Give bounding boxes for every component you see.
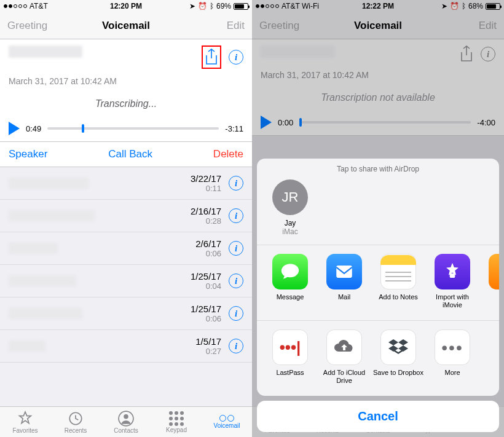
airdrop-target[interactable]: JR Jay iMac <box>263 179 317 236</box>
info-button[interactable]: i <box>229 50 243 65</box>
airdrop-device: iMac <box>263 227 317 236</box>
share-action-lastpass[interactable]: •••|LastPass <box>263 329 317 385</box>
info-button[interactable]: i <box>229 306 243 321</box>
scrubber-knob[interactable] <box>82 124 84 133</box>
share-app-notes[interactable]: Add to Notes <box>371 254 425 309</box>
remaining-time: -3:11 <box>225 124 243 133</box>
tab-recents[interactable]: Recents <box>50 407 101 437</box>
caller-name-redacted <box>9 45 82 58</box>
voicemail-detail: i March 31, 2017 at 10:42 AM Transcribin… <box>0 39 252 142</box>
airdrop-header: Tap to share with AirDrop <box>257 159 499 177</box>
highlight-box <box>202 45 221 69</box>
nav-greeting-button[interactable]: Greeting <box>0 20 55 32</box>
transcription-status: Transcribing... <box>9 98 243 109</box>
info-button[interactable]: i <box>229 241 243 256</box>
share-action-dropbox[interactable]: Save to Dropbox <box>371 329 425 385</box>
svg-point-2 <box>124 414 128 419</box>
phone-left: AT&T 12:20 PM ➤ ⏰ ᛒ 69% Greeting Voicema… <box>0 0 252 437</box>
location-icon: ➤ <box>189 2 195 10</box>
voicemail-list: 3/22/170:11i 2/16/170:28i 2/6/170:06i 1/… <box>0 167 252 406</box>
info-button[interactable]: i <box>229 176 243 191</box>
tab-contacts[interactable]: Contacts <box>101 407 151 437</box>
keypad-icon <box>169 411 184 426</box>
delete-button[interactable]: Delete <box>213 148 243 160</box>
list-item[interactable]: 2/16/170:28i <box>0 200 252 232</box>
voicemail-actions: Speaker Call Back Delete <box>0 142 252 167</box>
cancel-button[interactable]: Cancel <box>257 401 499 432</box>
signal-dots-icon <box>4 4 27 8</box>
share-app-imovie[interactable]: Import with iMovie <box>425 254 479 309</box>
share-button[interactable] <box>205 49 218 66</box>
nav-edit-button[interactable]: Edit <box>219 20 252 32</box>
info-button[interactable]: i <box>229 274 243 288</box>
list-item[interactable]: 3/22/170:11i <box>0 167 252 200</box>
scrubber-track[interactable] <box>47 127 219 130</box>
svg-rect-7 <box>450 274 455 278</box>
list-item[interactable]: 1/5/170:27i <box>0 330 252 363</box>
airdrop-name: Jay <box>263 219 317 227</box>
tab-favorites[interactable]: Favorites <box>0 407 50 437</box>
nav-bar: Greeting Voicemail Edit <box>0 12 252 39</box>
svg-rect-6 <box>336 266 352 278</box>
nav-title: Voicemail <box>102 20 150 32</box>
share-app-partial[interactable]: In <box>479 254 499 309</box>
alarm-icon: ⏰ <box>198 2 207 10</box>
share-app-message[interactable]: Message <box>263 254 317 309</box>
info-button[interactable]: i <box>229 208 243 223</box>
clock-label: 12:20 PM <box>110 2 142 10</box>
info-button[interactable]: i <box>229 339 243 353</box>
tab-keypad[interactable]: Keypad <box>151 407 202 437</box>
speaker-button[interactable]: Speaker <box>9 148 47 160</box>
share-app-mail[interactable]: Mail <box>317 254 371 309</box>
share-sheet: Tap to share with AirDrop JR Jay iMac Me… <box>257 159 499 432</box>
voicemail-date: March 31, 2017 at 10:42 AM <box>9 76 243 86</box>
voicemail-icon <box>219 415 234 422</box>
play-button[interactable] <box>9 122 20 135</box>
bluetooth-icon: ᛒ <box>210 2 214 10</box>
elapsed-time: 0:49 <box>26 124 41 133</box>
carrier-label: AT&T <box>30 2 48 10</box>
share-action-icloud[interactable]: Add To iCloud Drive <box>317 329 371 385</box>
tab-voicemail[interactable]: Voicemail <box>202 407 252 437</box>
status-bar: AT&T 12:20 PM ➤ ⏰ ᛒ 69% <box>0 0 252 12</box>
share-action-more[interactable]: •••More <box>425 329 479 385</box>
tab-bar: Favorites Recents Contacts Keypad Voicem… <box>0 406 252 437</box>
list-item[interactable]: 1/25/170:04i <box>0 265 252 297</box>
airdrop-avatar: JR <box>272 179 308 215</box>
list-item[interactable]: 1/25/170:06i <box>0 297 252 330</box>
callback-button[interactable]: Call Back <box>108 148 152 160</box>
battery-icon <box>234 3 248 10</box>
list-item[interactable]: 2/6/170:06i <box>0 232 252 265</box>
battery-pct-label: 69% <box>216 2 231 10</box>
phone-right: AT&T Wi-Fi 12:22 PM ➤ ⏰ ᛒ 68% Greeting V… <box>252 0 504 437</box>
